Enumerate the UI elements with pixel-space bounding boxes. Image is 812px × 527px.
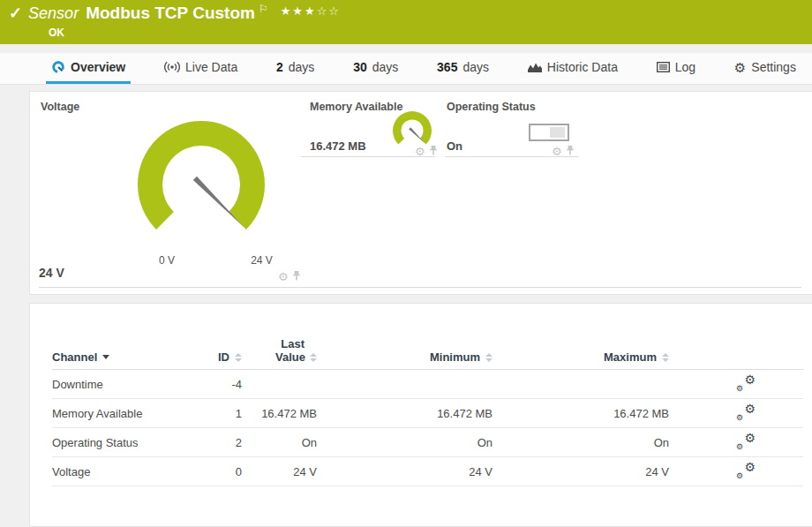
- tab-2-days[interactable]: 2 days: [271, 53, 320, 84]
- operating-status-title: Operating Status: [447, 101, 536, 113]
- channel-table: Channel ID Last Value Minimum: [52, 337, 803, 486]
- channel-name: Operating Status: [52, 436, 184, 449]
- channel-name: Memory Available: [52, 407, 184, 420]
- column-header-last-value[interactable]: Last Value: [242, 337, 317, 364]
- voltage-scale-min: 0 V: [145, 254, 189, 267]
- channel-table-panel: Channel ID Last Value Minimum: [29, 303, 812, 527]
- tab-365-days[interactable]: 365 days: [432, 53, 494, 84]
- pin-icon[interactable]: [292, 268, 301, 284]
- tab-30-days[interactable]: 30 days: [348, 53, 403, 84]
- gauge-settings-gear-icon[interactable]: ⚙: [278, 271, 289, 282]
- operating-block-divider: [445, 156, 579, 157]
- table-header-row: Channel ID Last Value Minimum: [52, 337, 803, 370]
- channel-id: 0: [184, 465, 242, 478]
- channel-last-value: On: [242, 436, 317, 449]
- gauge-settings-gear-icon[interactable]: ⚙: [415, 146, 425, 157]
- channel-id: 1: [184, 407, 242, 420]
- operating-status-toggle[interactable]: [529, 124, 569, 141]
- channel-settings-gears-icon[interactable]: ⚙⚙: [736, 434, 756, 451]
- sort-both-icon: [485, 353, 492, 362]
- area-chart-icon: [528, 62, 542, 72]
- column-header-minimum[interactable]: Minimum: [317, 350, 492, 364]
- channel-id: 2: [184, 436, 242, 449]
- operating-status-value: On: [447, 139, 462, 153]
- sort-both-icon: [235, 353, 242, 362]
- voltage-scale-max: 24 V: [237, 254, 286, 267]
- gauge-settings-gear-icon[interactable]: ⚙: [552, 146, 562, 157]
- voltage-value: 24 V: [39, 266, 64, 280]
- flag-icon[interactable]: ⚐: [259, 3, 268, 15]
- broadcast-icon: [164, 61, 180, 73]
- channel-maximum: 24 V: [492, 465, 669, 478]
- toggle-knob: [550, 127, 565, 138]
- channel-id: -4: [184, 378, 242, 391]
- channel-settings-gears-icon[interactable]: ⚙⚙: [736, 376, 756, 393]
- memory-block-divider: [301, 156, 435, 157]
- object-type-label: Sensor: [28, 4, 79, 23]
- gauge-icon: [51, 60, 65, 74]
- column-header-id[interactable]: ID: [184, 350, 242, 364]
- channel-name: Downtime: [52, 378, 184, 391]
- table-row-downtime: Downtime -4 ⚙⚙: [52, 370, 803, 399]
- sort-both-icon: [662, 353, 669, 362]
- channel-last-value: 16.472 MB: [242, 407, 317, 420]
- channel-settings-gears-icon[interactable]: ⚙⚙: [736, 405, 756, 422]
- sensor-header: ✓ Sensor Modbus TCP Custom ⚐ ★★★☆☆ OK: [0, 0, 812, 44]
- tab-historic-data[interactable]: Historic Data: [523, 53, 623, 84]
- tab-settings[interactable]: ⚙ Settings: [729, 53, 801, 84]
- status-badge: OK: [49, 26, 64, 39]
- tab-overview[interactable]: Overview: [46, 53, 131, 84]
- tab-bar: Overview Live Data 2 days 30 days 365: [0, 53, 812, 85]
- priority-stars[interactable]: ★★★☆☆: [281, 4, 341, 18]
- channel-minimum: 16.472 MB: [317, 407, 492, 420]
- memory-value: 16.472 MB: [310, 139, 366, 153]
- gauges-panel: Voltage 0 V 24 V 24 V ⚙ Memory Available: [29, 91, 812, 295]
- log-icon: [657, 62, 670, 72]
- sensor-overview-page: ✓ Sensor Modbus TCP Custom ⚐ ★★★☆☆ OK Ov…: [0, 0, 812, 527]
- channel-maximum: On: [492, 436, 669, 449]
- voltage-gauge-title: Voltage: [41, 101, 79, 113]
- table-row-operating-status: Operating Status 2 On On On ⚙⚙: [52, 428, 803, 457]
- table-row-memory-available: Memory Available 1 16.472 MB 16.472 MB 1…: [52, 399, 803, 428]
- voltage-gauge[interactable]: [113, 96, 289, 273]
- channel-settings-gears-icon[interactable]: ⚙⚙: [736, 463, 756, 480]
- voltage-block-divider: [39, 287, 801, 288]
- sort-desc-icon: [102, 355, 109, 359]
- channel-name: Voltage: [52, 465, 184, 478]
- settings-gear-icon: ⚙: [734, 61, 746, 74]
- sensor-title: Modbus TCP Custom: [86, 4, 255, 23]
- tab-live-data[interactable]: Live Data: [159, 53, 243, 84]
- sort-both-icon: [310, 353, 317, 362]
- channel-maximum: 16.472 MB: [492, 407, 669, 420]
- status-check-icon: ✓: [9, 4, 22, 23]
- column-header-maximum[interactable]: Maximum: [492, 350, 669, 364]
- tab-log[interactable]: Log: [651, 53, 701, 84]
- table-row-voltage: Voltage 0 24 V 24 V 24 V ⚙⚙: [52, 457, 803, 486]
- column-header-channel[interactable]: Channel: [52, 350, 184, 364]
- channel-minimum: 24 V: [317, 465, 492, 478]
- channel-last-value: 24 V: [242, 465, 317, 478]
- channel-minimum: On: [317, 436, 492, 449]
